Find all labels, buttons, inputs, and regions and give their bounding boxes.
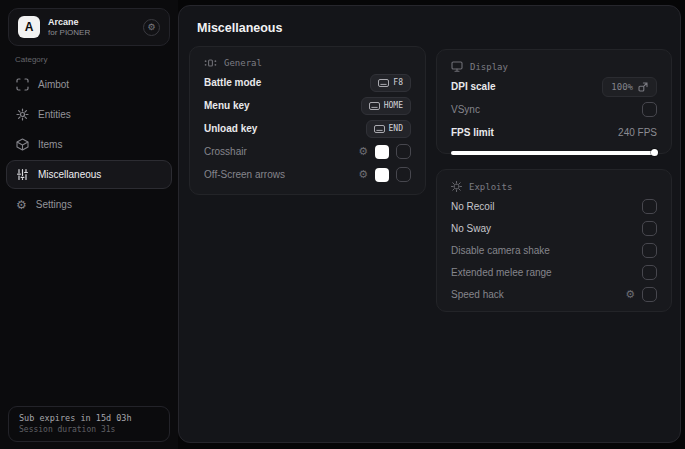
category-label: Category (15, 55, 47, 64)
display-card: Display DPI scale 100% VSync FPS limit 2… (436, 49, 672, 154)
setting-label: Menu key (204, 100, 250, 111)
fps-limit-value: 240 FPS (618, 127, 657, 138)
aimbot-scan-icon (16, 78, 29, 91)
setting-label: Disable camera shake (451, 245, 550, 256)
setting-row-menu-key: Menu key HOME (190, 94, 425, 117)
sidebar-item-aimbot[interactable]: Aimbot (6, 70, 172, 99)
bug-icon (451, 181, 462, 192)
setting-label: Battle mode (204, 77, 261, 88)
general-card-title: General (224, 58, 262, 68)
setting-row-battle-mode: Battle mode F8 (190, 71, 425, 94)
disable-camera-shake-checkbox[interactable] (642, 243, 657, 258)
offscreen-arrows-checkbox[interactable] (396, 167, 411, 182)
sidebar-item-label: Items (38, 139, 62, 150)
sidebar-item-label: Entities (38, 109, 71, 120)
offscreen-arrows-color-swatch[interactable] (375, 168, 389, 182)
app-logo: A (18, 16, 40, 38)
items-cube-icon (16, 138, 29, 151)
speed-hack-options-gear-icon[interactable]: ⚙ (625, 289, 635, 300)
no-sway-checkbox[interactable] (642, 221, 657, 236)
speed-hack-checkbox[interactable] (642, 287, 657, 302)
setting-row-fps-limit: FPS limit 240 FPS (437, 121, 671, 144)
extended-melee-range-checkbox[interactable] (642, 265, 657, 280)
subscription-info-card: Sub expires in 15d 03h Session duration … (8, 406, 170, 442)
sidebar-nav: Aimbot Entities Items (6, 70, 172, 220)
sidebar-item-settings[interactable]: ⚙ Settings (6, 190, 172, 219)
crosshair-checkbox[interactable] (396, 144, 411, 159)
main-panel: Miscellaneous General Battle mode F8 Men… (178, 5, 681, 443)
setting-row-speed-hack: Speed hack ⚙ (437, 283, 671, 305)
keybind-value: F8 (393, 78, 403, 87)
setting-label: Crosshair (204, 146, 247, 157)
setting-row-no-sway: No Sway (437, 217, 671, 239)
page-title: Miscellaneous (197, 21, 282, 35)
sidebar: A Arcane for PIONER ⚙ Category Aimbot (0, 0, 178, 449)
offscreen-arrows-options-gear-icon[interactable]: ⚙ (358, 169, 368, 180)
crosshair-color-swatch[interactable] (375, 145, 389, 159)
slider-knob[interactable] (651, 149, 658, 156)
setting-row-disable-camera-shake: Disable camera shake (437, 239, 671, 261)
setting-row-vsync: VSync (437, 98, 671, 121)
keyboard-icon (374, 125, 385, 133)
dpi-scale-selector[interactable]: 100% (602, 77, 657, 97)
setting-row-no-recoil: No Recoil (437, 195, 671, 217)
setting-row-extended-melee-range: Extended melee range (437, 261, 671, 283)
crosshair-options-gear-icon[interactable]: ⚙ (358, 146, 368, 157)
keybind-button-battle-mode[interactable]: F8 (370, 74, 411, 92)
setting-row-dpi-scale: DPI scale 100% (437, 75, 671, 98)
sidebar-item-miscellaneous[interactable]: Miscellaneous (6, 160, 172, 189)
setting-row-offscreen-arrows: Off-Screen arrows ⚙ (190, 163, 425, 186)
exploits-card-header: Exploits (437, 170, 671, 195)
sidebar-item-entities[interactable]: Entities (6, 100, 172, 129)
settings-gear-icon: ⚙ (16, 199, 27, 211)
misc-sliders-icon (16, 168, 29, 181)
dpi-scale-value: 100% (611, 82, 633, 92)
setting-label: Extended melee range (451, 267, 552, 278)
entities-icon (16, 108, 29, 121)
display-card-title: Display (470, 62, 508, 72)
setting-label: Off-Screen arrows (204, 169, 285, 180)
general-card-header: General (190, 47, 425, 71)
keybind-value: HOME (384, 101, 403, 110)
exploits-card-title: Exploits (469, 182, 512, 192)
setting-label: FPS limit (451, 127, 494, 138)
exploits-card: Exploits No Recoil No Sway Disable camer… (436, 169, 672, 312)
general-card: General Battle mode F8 Menu key HOME Unl… (189, 46, 426, 195)
slider-fill (451, 151, 657, 155)
grid-icon (204, 58, 217, 68)
setting-label: Unload key (204, 123, 257, 134)
scale-icon (638, 82, 648, 92)
setting-label: VSync (451, 104, 480, 115)
setting-row-crosshair: Crosshair ⚙ (190, 140, 425, 163)
sidebar-item-label: Miscellaneous (38, 169, 101, 180)
keyboard-icon (378, 79, 389, 87)
setting-row-unload-key: Unload key END (190, 117, 425, 140)
display-card-header: Display (437, 50, 671, 75)
setting-label: DPI scale (451, 81, 495, 92)
session-duration-text: Session duration 31s (19, 424, 159, 435)
sidebar-item-items[interactable]: Items (6, 130, 172, 159)
app-subtitle: for PIONER (48, 28, 90, 38)
keybind-button-unload-key[interactable]: END (366, 120, 411, 138)
app-header-card: A Arcane for PIONER ⚙ (8, 8, 170, 46)
sidebar-item-label: Aimbot (38, 79, 69, 90)
setting-label: No Recoil (451, 201, 494, 212)
app-name: Arcane (48, 17, 90, 28)
setting-label: No Sway (451, 223, 491, 234)
sidebar-item-label: Settings (36, 199, 72, 210)
vsync-checkbox[interactable] (642, 102, 657, 117)
fps-limit-slider[interactable] (451, 149, 657, 156)
app-window: A Arcane for PIONER ⚙ Category Aimbot (0, 0, 685, 449)
sub-expiry-text: Sub expires in 15d 03h (19, 412, 159, 424)
no-recoil-checkbox[interactable] (642, 199, 657, 214)
keybind-button-menu-key[interactable]: HOME (361, 97, 411, 115)
keybind-value: END (389, 124, 403, 133)
monitor-icon (451, 61, 463, 72)
keyboard-icon (369, 102, 380, 110)
setting-label: Speed hack (451, 289, 504, 300)
header-settings-icon[interactable]: ⚙ (143, 19, 160, 36)
